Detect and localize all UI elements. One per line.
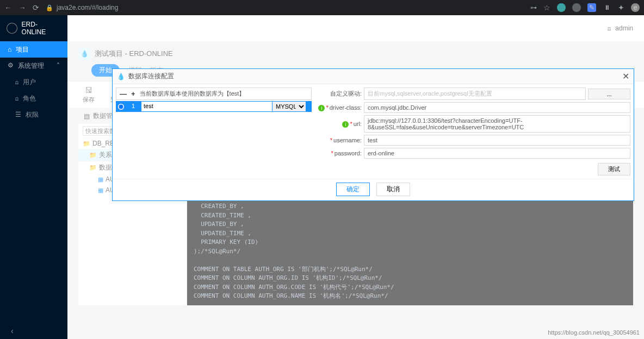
db-row-num: 1 [126, 101, 141, 112]
key-icon[interactable]: ⊶ [530, 4, 537, 11]
home-icon: ⌂ [8, 46, 11, 53]
sidebar-item-label: 用户 [23, 78, 36, 87]
info-icon: i [318, 105, 325, 111]
sidebar-item-roles[interactable]: ⩍ 角色 [0, 90, 67, 106]
sidebar-item-label: 项目 [16, 45, 29, 54]
db-name-input[interactable] [144, 103, 270, 109]
sidebar-item-label: 权限 [26, 110, 39, 120]
password-input[interactable]: erd-online [364, 148, 630, 159]
browse-driver-button[interactable]: ... [588, 89, 630, 99]
ext-icon-4[interactable]: ⏸ [603, 3, 611, 12]
url-label: url: [354, 121, 362, 127]
cancel-button[interactable]: 取消 [376, 183, 410, 196]
back-button[interactable]: ← [4, 3, 12, 12]
star-icon[interactable]: ☆ [543, 3, 550, 12]
logo-icon [7, 23, 17, 34]
user-icon: ⩍ [15, 78, 18, 86]
info-icon: i [342, 121, 349, 128]
drop-icon: 💧 [117, 73, 125, 80]
lock-icon: 🔒 [46, 4, 53, 11]
profile-icon[interactable]: e [631, 3, 640, 12]
forward-button[interactable]: → [18, 3, 26, 12]
username-label: username: [333, 137, 362, 143]
password-label: password: [335, 150, 362, 156]
db-row[interactable]: 1 MYSQL [116, 101, 312, 112]
test-connection-button[interactable]: 测试 [598, 163, 630, 175]
gear-icon: ⚙ [8, 61, 14, 71]
close-button[interactable]: ✕ [622, 71, 629, 81]
sidebar-item-label: 角色 [23, 94, 36, 103]
ext-icon-1[interactable] [557, 3, 566, 12]
add-db-button[interactable]: + [131, 90, 135, 98]
custom-driver-input[interactable]: 目前mysql,sqlserver,oracle,postgresql无需配置 [364, 87, 586, 100]
remove-db-button[interactable]: — [120, 90, 127, 98]
ok-button[interactable]: 确定 [336, 183, 370, 196]
sidebar-item-permissions[interactable]: ☰ 权限 [0, 106, 67, 123]
watermark: https://blog.csdn.net/qq_30054961 [548, 329, 640, 336]
role-icon: ⩍ [15, 95, 18, 102]
sidebar-collapse[interactable]: ‹ [0, 323, 67, 339]
extensions-icon[interactable]: ✦ [618, 3, 624, 12]
ext-icon-2[interactable] [572, 3, 581, 12]
dialog-title: 数据库连接配置 [128, 72, 174, 81]
sidebar-item-system[interactable]: ⚙ 系统管理 ˄ [0, 58, 67, 74]
db-select-radio[interactable] [117, 103, 125, 110]
db-config-dialog: 💧数据库连接配置 ✕ — + 当前数据库版本使用的数据库为【test】 1 MY… [112, 68, 634, 201]
sidebar-item-label: 系统管理 [18, 61, 44, 71]
reload-button[interactable]: ⟳ [33, 3, 39, 12]
db-type-select[interactable]: MYSQL [273, 102, 306, 111]
perm-icon: ☰ [15, 111, 21, 118]
custom-driver-label: 自定义驱动: [315, 90, 362, 98]
brand-text: ERD-ONLINE [22, 21, 61, 36]
driver-class-input[interactable]: com.mysql.jdbc.Driver [364, 102, 630, 113]
sidebar-item-users[interactable]: ⩍ 用户 [0, 74, 67, 90]
chevron-left-icon: ‹ [11, 327, 14, 335]
ext-icon-3[interactable]: ✎ [587, 3, 596, 12]
url-text: java2e.com/#/loading [57, 4, 118, 11]
browser-bar: ← → ⟳ 🔒 java2e.com/#/loading ⊶ ☆ ✎ ⏸ ✦ e [0, 0, 644, 15]
url-bar[interactable]: 🔒 java2e.com/#/loading [46, 4, 524, 11]
sidebar: ERD-ONLINE ⌂ 项目 ⚙ 系统管理 ˄ ⩍ 用户 ⩍ 角色 ☰ 权限 … [0, 15, 67, 339]
row-end [306, 101, 312, 112]
driver-class-label: driver-class: [330, 104, 362, 111]
username-input[interactable]: test [364, 135, 630, 146]
url-input[interactable]: jdbc:mysql://127.0.0.1:3306/test?charact… [364, 115, 630, 133]
db-list-header: — + 当前数据库版本使用的数据库为【test】 [116, 87, 312, 100]
chevron-up-icon: ˄ [57, 62, 60, 70]
sidebar-item-project[interactable]: ⌂ 项目 [0, 41, 67, 58]
logo-row: ERD-ONLINE [0, 15, 67, 41]
db-list-header-text: 当前数据库版本使用的数据库为【test】 [140, 90, 245, 98]
